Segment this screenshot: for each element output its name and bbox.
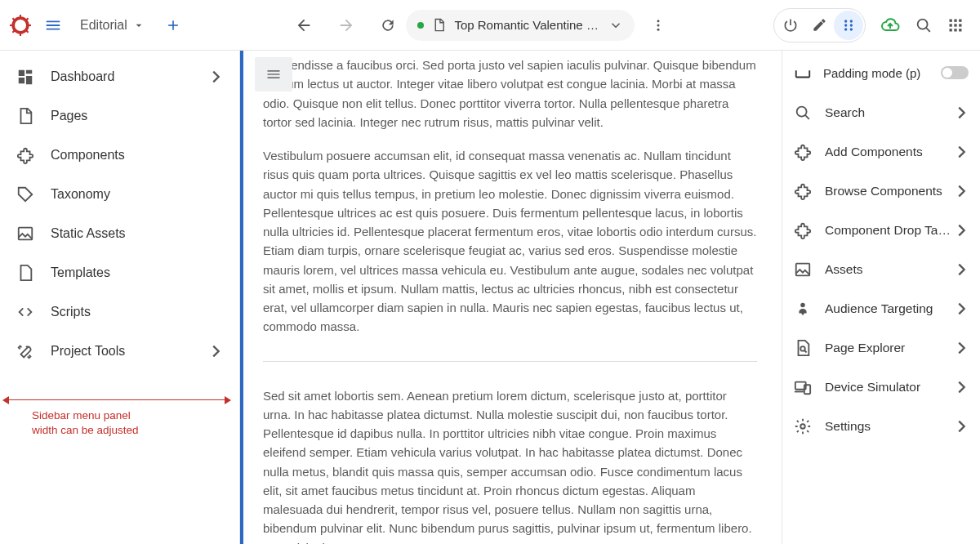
sidebar-item-scripts[interactable]: Scripts <box>0 292 239 332</box>
topbar-right <box>773 8 970 42</box>
page-url-bar[interactable]: Top Romantic Valentine Mo… <box>406 10 635 41</box>
panel-item-settings[interactable]: Settings <box>782 407 980 446</box>
chevron-right-icon <box>952 378 970 396</box>
sidebar-item-templates[interactable]: Templates <box>0 253 239 292</box>
url-chevron-down-icon <box>608 18 623 33</box>
svg-point-0 <box>13 18 28 33</box>
svg-point-31 <box>800 303 805 308</box>
svg-point-15 <box>850 24 853 26</box>
chevron-right-icon <box>952 143 970 161</box>
svg-point-11 <box>657 28 660 30</box>
panel-item-component-drop-targets[interactable]: Component Drop Ta… <box>782 211 980 250</box>
panel-item-device-simulator[interactable]: Device Simulator <box>782 368 980 407</box>
svg-point-14 <box>844 24 847 26</box>
power-icon <box>782 17 799 33</box>
code-icon <box>16 303 34 321</box>
svg-rect-4 <box>28 24 31 25</box>
sidebar-item-taxonomy[interactable]: Taxonomy <box>0 175 239 214</box>
panel-item-label: Settings <box>825 419 969 434</box>
chevron-right-icon <box>952 417 970 435</box>
sidebar-item-label: Taxonomy <box>51 187 110 202</box>
svg-rect-20 <box>954 19 956 21</box>
annotation-arrow-icon <box>2 397 231 404</box>
puzzle-icon <box>794 143 812 161</box>
sidebar-item-project-tools[interactable]: Project Tools <box>0 332 239 371</box>
drag-grid-icon <box>840 17 857 33</box>
search-button[interactable] <box>908 10 939 41</box>
file-icon <box>16 264 34 282</box>
page-icon <box>432 18 446 32</box>
content-scroll[interactable]: Suspendisse a faucibus orci. Sed porta j… <box>243 51 782 544</box>
sidebar-item-components[interactable]: Components <box>0 136 239 175</box>
sidebar-item-label: Scripts <box>51 305 91 319</box>
status-dot-icon <box>417 22 424 29</box>
apps-button[interactable] <box>941 11 970 40</box>
svg-point-18 <box>918 19 928 29</box>
panel-item-assets[interactable]: Assets <box>782 250 980 289</box>
tag-icon <box>16 185 34 203</box>
sidebar-item-label: Project Tools <box>51 344 125 359</box>
svg-rect-24 <box>959 24 961 26</box>
image-icon <box>16 225 34 243</box>
pencil-icon <box>812 17 827 33</box>
power-button[interactable] <box>776 11 805 40</box>
svg-point-10 <box>657 24 660 26</box>
svg-rect-1 <box>20 15 21 18</box>
svg-rect-19 <box>950 19 952 21</box>
arrow-right-icon <box>337 16 355 34</box>
hamburger-icon <box>265 66 282 82</box>
sidebar-item-pages[interactable]: Pages <box>0 96 239 136</box>
nav-back-button[interactable] <box>290 11 318 39</box>
preview-menu-button[interactable] <box>255 57 292 91</box>
dashboard-icon <box>16 68 34 86</box>
refresh-icon <box>380 17 396 33</box>
nav-forward-button[interactable] <box>332 11 360 39</box>
more-button[interactable] <box>646 13 670 38</box>
publish-button[interactable] <box>874 9 906 42</box>
edit-button[interactable] <box>805 11 834 39</box>
new-button[interactable] <box>158 16 188 35</box>
puzzle-icon <box>794 182 812 200</box>
content-paragraph: Sed sit amet lobortis sem. Aenean pretiu… <box>263 386 757 545</box>
page-icon <box>16 107 34 125</box>
svg-point-13 <box>850 20 853 22</box>
panel-item-add-components[interactable]: Add Components <box>782 132 980 172</box>
panel-item-label: Browse Components <box>825 184 969 198</box>
panel-item-label: Device Simulator <box>825 380 969 395</box>
chevron-right-icon <box>207 342 225 360</box>
sidebar-item-label: Pages <box>51 109 87 123</box>
panel-item-page-explorer[interactable]: Page Explorer <box>782 328 980 368</box>
annotation: Sidebar menu panel width can be adjusted <box>2 397 231 438</box>
move-button[interactable] <box>834 11 863 40</box>
annotation-text: width can be adjusted <box>32 424 139 436</box>
svg-rect-26 <box>954 29 956 31</box>
sidebar-item-dashboard[interactable]: Dashboard <box>0 57 239 96</box>
mode-toggle-group <box>773 8 866 42</box>
panel-item-audience-targeting[interactable]: Audience Targeting <box>782 289 980 328</box>
panel-item-label: Add Components <box>825 145 969 159</box>
content-wrap: Suspendisse a faucibus orci. Sed porta j… <box>243 51 782 544</box>
sidebar-item-label: Static Assets <box>51 226 126 241</box>
app-logo-icon <box>10 15 31 36</box>
panel-item-browse-components[interactable]: Browse Components <box>782 172 980 211</box>
puzzle-icon <box>16 146 34 164</box>
sidebar-item-static-assets[interactable]: Static Assets <box>0 214 239 253</box>
chevron-right-icon <box>952 300 970 318</box>
nav-refresh-button[interactable] <box>375 12 401 38</box>
content-paragraph: Suspendisse a faucibus orci. Sed porta j… <box>263 56 757 132</box>
svg-point-29 <box>797 107 807 117</box>
image-icon <box>794 261 812 279</box>
padding-mode-toggle[interactable] <box>941 66 969 79</box>
main-menu-button[interactable] <box>39 11 67 39</box>
workspace-selector[interactable]: Editorial <box>75 15 150 36</box>
topbar: Editorial Top Romantic Valentine Mo… <box>0 0 980 51</box>
panel-item-label: Component Drop Ta… <box>825 223 969 238</box>
annotation-text: Sidebar menu panel <box>32 409 131 421</box>
panel-item-label: Search <box>825 105 969 120</box>
search-icon <box>794 104 812 122</box>
chevron-right-icon <box>952 104 970 122</box>
tools-icon <box>16 342 34 360</box>
panel-item-search[interactable]: Search <box>782 93 980 132</box>
caret-down-icon <box>132 19 145 32</box>
svg-rect-22 <box>950 24 952 26</box>
